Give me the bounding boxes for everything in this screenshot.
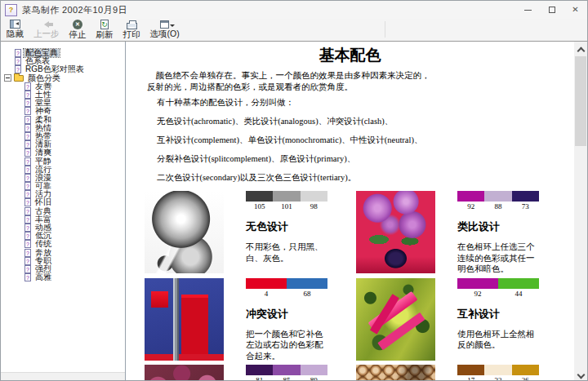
neutral-photo <box>356 365 435 381</box>
help-page-icon <box>24 215 31 224</box>
sidebar-item[interactable]: 丰富 <box>1 215 125 224</box>
sidebar-item[interactable]: 古典 <box>1 207 125 215</box>
hide-panel-icon <box>10 20 20 29</box>
toolbar-button-back[interactable]: 上一步 <box>29 20 64 40</box>
swatch-numbers: 928873 <box>457 202 539 210</box>
sidebar-horizontal-scrollbar[interactable] <box>1 372 125 381</box>
swatch-number: 81 <box>246 376 273 381</box>
help-page-icon <box>24 82 31 91</box>
sidebar-item[interactable]: 专职 <box>1 257 125 265</box>
color-swatch <box>273 365 300 375</box>
swatch-number: 4 <box>246 290 287 298</box>
help-page-icon <box>24 207 31 215</box>
sidebar-item[interactable]: 可靠 <box>1 182 125 190</box>
toolbar-button-stop[interactable]: 停止 <box>65 20 91 40</box>
color-swatch <box>512 365 539 375</box>
sidebar-item[interactable]: 怀旧 <box>1 198 125 206</box>
sidebar-item[interactable]: 神奇 <box>1 107 125 115</box>
sidebar-item[interactable]: 土性 <box>1 91 125 99</box>
toolbar-button-hide[interactable]: 隐藏 <box>2 20 28 40</box>
scheme-info: 928873类比设计在色相环上任选三个连续的色彩或其任一明色和暗色。 <box>457 191 539 275</box>
achromatic-photo <box>145 191 224 273</box>
scrollbar-thumb[interactable] <box>575 56 586 146</box>
refresh-icon <box>100 20 109 29</box>
help-page-icon <box>24 99 31 107</box>
sidebar-item[interactable]: 强烈 <box>1 265 125 273</box>
sidebar-item-label: 清爽 <box>33 148 53 157</box>
scheme-row: 818589单色设计173226中性设计 <box>145 365 574 381</box>
sidebar-item[interactable]: 平静 <box>1 157 125 165</box>
sidebar-item[interactable]: 高雅 <box>1 273 125 281</box>
color-swatch <box>484 365 511 375</box>
color-swatch <box>246 365 273 375</box>
sidebar-item[interactable]: 浪漫 <box>1 174 125 182</box>
close-button[interactable] <box>564 1 587 19</box>
sidebar-item-label: 怀旧 <box>33 198 53 206</box>
intro-paragraph: 颜色绝不会单独存在。事实上，一个颜色的效果是由多种因素来决定的，反射的光，周边搭… <box>147 70 434 93</box>
toolbar-button-label: 刷新 <box>96 29 114 41</box>
scheme-list-line: 无色设计(achromatic)、类比设计(analogous)、冲突设计(cl… <box>157 116 574 127</box>
swatch-number: 26 <box>512 376 539 381</box>
sidebar-item[interactable]: 热情 <box>1 124 125 132</box>
maximize-button[interactable] <box>540 1 564 19</box>
sidebar-item[interactable]: 友善 <box>1 82 125 91</box>
help-page-icon <box>24 132 31 140</box>
swatch-number: 32 <box>484 376 511 381</box>
swatch-numbers: 173226 <box>457 376 539 381</box>
sidebar-item-label: 神奇 <box>33 107 53 115</box>
minimize-button[interactable] <box>516 1 540 19</box>
clash-photo <box>145 278 224 361</box>
scroll-up-button[interactable] <box>574 42 587 55</box>
swatch-number: 92 <box>457 290 498 298</box>
toolbar-button-options[interactable]: 选项(O) <box>146 20 184 40</box>
sidebar-item[interactable]: 清新 <box>1 140 125 148</box>
sidebar-item[interactable]: 柔和 <box>1 116 125 124</box>
scheme-info: 468冲突设计把一个颜色和它补色左边或右边的色彩配合起来。 <box>246 278 327 362</box>
toolbar-button-print[interactable]: 打印 <box>119 20 145 40</box>
sidebar-item[interactable]: 清爽 <box>1 148 125 157</box>
scheme-grid: 10510198无色设计不用彩色，只用黑、白、灰色。928873类比设计在色相环… <box>145 191 574 381</box>
sidebar-item[interactable]: 配色宝典 <box>1 49 125 57</box>
sidebar-item[interactable]: 热带 <box>1 132 125 140</box>
sidebar-item[interactable]: 动感 <box>1 224 125 232</box>
scroll-down-button[interactable] <box>574 370 587 381</box>
sidebar-item[interactable]: 奔放 <box>1 249 125 257</box>
help-page-icon <box>24 182 31 190</box>
scheme-cell: 818589单色设计 <box>145 365 327 381</box>
titlebar: 菜鸟制作 2002年10月9日 <box>1 1 587 19</box>
scheme-cell: 928873类比设计在色相环上任选三个连续的色彩或其任一明色和暗色。 <box>356 191 539 275</box>
help-page-icon <box>24 249 31 257</box>
swatch-numbers: 468 <box>246 290 327 298</box>
swatch-number: 73 <box>512 202 539 210</box>
scheme-desc: 不用彩色，只用黑、白、灰色。 <box>246 241 327 264</box>
window-title: 菜鸟制作 2002年10月9日 <box>22 4 127 16</box>
help-page-icon <box>24 198 31 206</box>
sidebar-item[interactable]: 堂皇 <box>1 99 125 107</box>
sidebar-item[interactable]: 流行 <box>1 166 125 174</box>
scheme-cell: 468冲突设计把一个颜色和它补色左边或右边的色彩配合起来。 <box>145 278 327 362</box>
toolbar-button-label: 隐藏 <box>7 29 24 40</box>
sidebar-item[interactable]: 低沉 <box>1 232 125 240</box>
swatch-bar <box>457 365 539 375</box>
sidebar-folder[interactable]: 颜色分类 <box>1 74 125 82</box>
toolbar-button-refresh[interactable]: 刷新 <box>92 20 118 40</box>
sidebar-item[interactable]: 活力 <box>1 190 125 198</box>
main-area: 配色宝典色系表RGB色彩对照表颜色分类友善土性堂皇神奇柔和热情热带清新清爽平静流… <box>1 42 587 381</box>
contents-tree-pane: 配色宝典色系表RGB色彩对照表颜色分类友善土性堂皇神奇柔和热情热带清新清爽平静流… <box>1 42 125 381</box>
scheme-info: 818589单色设计 <box>246 365 327 381</box>
help-page-icon <box>24 273 31 281</box>
color-swatch <box>301 365 327 375</box>
help-page-icon <box>24 124 31 132</box>
scheme-list-line: 分裂补色设计(splitcomplement)、原色设计(primary)、 <box>157 153 574 165</box>
swatch-number: 17 <box>457 376 484 381</box>
swatch-number: 85 <box>273 376 300 381</box>
content-scrollbar[interactable] <box>574 42 587 381</box>
help-page-icon <box>24 265 31 273</box>
scheme-list-line: 二次色设计(secondary)以及三次色三色设计(tertiary)。 <box>157 172 574 184</box>
sidebar-item[interactable]: 传统 <box>1 240 125 248</box>
color-swatch <box>457 191 484 202</box>
scheme-desc: 在色相环上任选三个连续的色彩或其任一明色和暗色。 <box>457 241 539 275</box>
toolbar-button-label: 上一步 <box>33 29 60 40</box>
scheme-info: 10510198无色设计不用彩色，只用黑、白、灰色。 <box>246 191 327 275</box>
collapse-expander-icon[interactable] <box>4 74 11 82</box>
